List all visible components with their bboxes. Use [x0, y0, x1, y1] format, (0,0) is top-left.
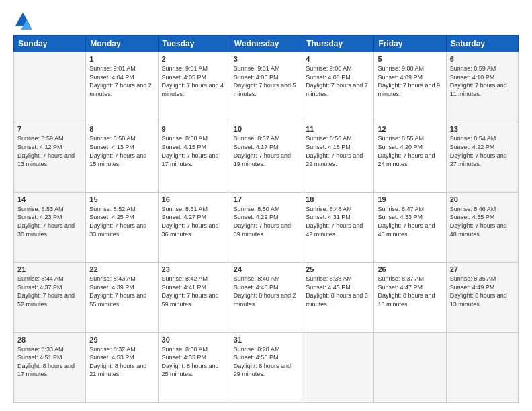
header-monday: Monday — [86, 36, 158, 52]
day-number: 27 — [450, 265, 515, 273]
calendar-cell — [374, 332, 446, 402]
day-info: Sunrise: 9:01 AMSunset: 4:04 PMDaylight:… — [89, 64, 154, 98]
day-info: Sunrise: 8:56 AMSunset: 4:18 PMDaylight:… — [306, 134, 370, 168]
calendar-cell — [446, 332, 518, 402]
day-info: Sunrise: 9:00 AMSunset: 4:08 PMDaylight:… — [306, 64, 370, 98]
day-number: 21 — [17, 265, 82, 273]
calendar-cell: 24Sunrise: 8:40 AMSunset: 4:43 PMDayligh… — [230, 263, 302, 332]
calendar-cell: 22Sunrise: 8:43 AMSunset: 4:39 PMDayligh… — [86, 263, 158, 332]
week-row-2: 14Sunrise: 8:53 AMSunset: 4:23 PMDayligh… — [14, 192, 519, 262]
day-number: 17 — [234, 195, 298, 203]
day-number: 13 — [450, 125, 515, 133]
day-info: Sunrise: 8:47 AMSunset: 4:33 PMDaylight:… — [378, 205, 442, 238]
logo — [13, 11, 35, 30]
day-info: Sunrise: 8:46 AMSunset: 4:35 PMDaylight:… — [450, 205, 515, 238]
day-number: 14 — [17, 195, 82, 203]
calendar-cell: 5Sunrise: 9:00 AMSunset: 4:09 PMDaylight… — [374, 52, 446, 122]
day-number: 31 — [234, 336, 298, 344]
calendar-cell: 16Sunrise: 8:51 AMSunset: 4:27 PMDayligh… — [158, 192, 230, 262]
day-number: 6 — [450, 55, 515, 63]
calendar-cell: 13Sunrise: 8:54 AMSunset: 4:22 PMDayligh… — [446, 122, 518, 192]
day-number: 19 — [378, 195, 442, 203]
day-number: 8 — [89, 125, 154, 133]
day-info: Sunrise: 8:38 AMSunset: 4:45 PMDaylight:… — [306, 275, 370, 308]
day-number: 25 — [306, 265, 370, 273]
day-info: Sunrise: 8:32 AMSunset: 4:53 PMDaylight:… — [89, 345, 154, 379]
calendar-cell: 9Sunrise: 8:58 AMSunset: 4:15 PMDaylight… — [158, 122, 230, 192]
calendar-cell — [14, 52, 86, 122]
calendar-cell: 21Sunrise: 8:44 AMSunset: 4:37 PMDayligh… — [14, 263, 86, 332]
day-info: Sunrise: 8:57 AMSunset: 4:17 PMDaylight:… — [234, 134, 298, 168]
header — [13, 11, 519, 30]
day-info: Sunrise: 8:52 AMSunset: 4:25 PMDaylight:… — [89, 205, 154, 238]
day-info: Sunrise: 9:00 AMSunset: 4:09 PMDaylight:… — [378, 64, 442, 98]
day-number: 20 — [450, 195, 515, 203]
calendar-header-row: SundayMondayTuesdayWednesdayThursdayFrid… — [14, 36, 519, 52]
day-number: 30 — [162, 336, 226, 344]
calendar-cell: 17Sunrise: 8:50 AMSunset: 4:29 PMDayligh… — [230, 192, 302, 262]
calendar-cell: 19Sunrise: 8:47 AMSunset: 4:33 PMDayligh… — [374, 192, 446, 262]
day-info: Sunrise: 8:58 AMSunset: 4:15 PMDaylight:… — [162, 134, 226, 168]
day-number: 2 — [162, 55, 226, 63]
page: SundayMondayTuesdayWednesdayThursdayFrid… — [0, 0, 532, 411]
day-info: Sunrise: 8:30 AMSunset: 4:55 PMDaylight:… — [162, 345, 226, 379]
calendar-cell: 31Sunrise: 8:28 AMSunset: 4:58 PMDayligh… — [230, 332, 302, 402]
day-number: 24 — [234, 265, 298, 273]
day-info: Sunrise: 8:40 AMSunset: 4:43 PMDaylight:… — [234, 275, 298, 308]
calendar-cell: 26Sunrise: 8:37 AMSunset: 4:47 PMDayligh… — [374, 263, 446, 332]
calendar-cell: 18Sunrise: 8:48 AMSunset: 4:31 PMDayligh… — [302, 192, 374, 262]
header-saturday: Saturday — [446, 36, 518, 52]
day-number: 22 — [89, 265, 154, 273]
calendar-cell: 3Sunrise: 9:01 AMSunset: 4:06 PMDaylight… — [230, 52, 302, 122]
day-number: 5 — [378, 55, 442, 63]
header-sunday: Sunday — [14, 36, 86, 52]
day-number: 11 — [306, 125, 370, 133]
day-number: 18 — [306, 195, 370, 203]
day-info: Sunrise: 8:44 AMSunset: 4:37 PMDaylight:… — [17, 275, 82, 308]
day-number: 23 — [162, 265, 226, 273]
calendar-cell: 8Sunrise: 8:58 AMSunset: 4:13 PMDaylight… — [86, 122, 158, 192]
day-number: 29 — [89, 336, 154, 344]
day-info: Sunrise: 8:37 AMSunset: 4:47 PMDaylight:… — [378, 275, 442, 308]
header-tuesday: Tuesday — [158, 36, 230, 52]
day-number: 26 — [378, 265, 442, 273]
day-info: Sunrise: 9:01 AMSunset: 4:06 PMDaylight:… — [234, 64, 298, 98]
day-number: 1 — [89, 55, 154, 63]
day-number: 16 — [162, 195, 226, 203]
day-number: 4 — [306, 55, 370, 63]
day-info: Sunrise: 9:01 AMSunset: 4:05 PMDaylight:… — [162, 64, 226, 98]
calendar-cell: 20Sunrise: 8:46 AMSunset: 4:35 PMDayligh… — [446, 192, 518, 262]
day-number: 28 — [17, 336, 82, 344]
day-info: Sunrise: 8:54 AMSunset: 4:22 PMDaylight:… — [450, 134, 515, 168]
calendar-cell: 14Sunrise: 8:53 AMSunset: 4:23 PMDayligh… — [14, 192, 86, 262]
logo-icon — [13, 11, 32, 30]
day-info: Sunrise: 8:48 AMSunset: 4:31 PMDaylight:… — [306, 205, 370, 238]
week-row-1: 7Sunrise: 8:59 AMSunset: 4:12 PMDaylight… — [14, 122, 519, 192]
day-info: Sunrise: 8:43 AMSunset: 4:39 PMDaylight:… — [89, 275, 154, 308]
header-thursday: Thursday — [302, 36, 374, 52]
day-number: 7 — [17, 125, 82, 133]
day-info: Sunrise: 8:42 AMSunset: 4:41 PMDaylight:… — [162, 275, 226, 308]
calendar-cell: 28Sunrise: 8:33 AMSunset: 4:51 PMDayligh… — [14, 332, 86, 402]
day-number: 3 — [234, 55, 298, 63]
day-number: 12 — [378, 125, 442, 133]
calendar-cell: 15Sunrise: 8:52 AMSunset: 4:25 PMDayligh… — [86, 192, 158, 262]
day-info: Sunrise: 8:51 AMSunset: 4:27 PMDaylight:… — [162, 205, 226, 238]
header-wednesday: Wednesday — [230, 36, 302, 52]
day-info: Sunrise: 8:55 AMSunset: 4:20 PMDaylight:… — [378, 134, 442, 168]
day-info: Sunrise: 8:59 AMSunset: 4:12 PMDaylight:… — [17, 134, 82, 168]
calendar-cell: 10Sunrise: 8:57 AMSunset: 4:17 PMDayligh… — [230, 122, 302, 192]
day-info: Sunrise: 8:35 AMSunset: 4:49 PMDaylight:… — [450, 275, 515, 308]
day-info: Sunrise: 8:58 AMSunset: 4:13 PMDaylight:… — [89, 134, 154, 168]
calendar-cell: 29Sunrise: 8:32 AMSunset: 4:53 PMDayligh… — [86, 332, 158, 402]
calendar-cell: 11Sunrise: 8:56 AMSunset: 4:18 PMDayligh… — [302, 122, 374, 192]
week-row-4: 28Sunrise: 8:33 AMSunset: 4:51 PMDayligh… — [14, 332, 519, 402]
calendar-cell: 23Sunrise: 8:42 AMSunset: 4:41 PMDayligh… — [158, 263, 230, 332]
week-row-0: 1Sunrise: 9:01 AMSunset: 4:04 PMDaylight… — [14, 52, 519, 122]
day-info: Sunrise: 8:59 AMSunset: 4:10 PMDaylight:… — [450, 64, 515, 98]
calendar-cell: 7Sunrise: 8:59 AMSunset: 4:12 PMDaylight… — [14, 122, 86, 192]
day-number: 10 — [234, 125, 298, 133]
calendar-cell: 12Sunrise: 8:55 AMSunset: 4:20 PMDayligh… — [374, 122, 446, 192]
day-info: Sunrise: 8:33 AMSunset: 4:51 PMDaylight:… — [17, 345, 82, 379]
calendar-cell: 25Sunrise: 8:38 AMSunset: 4:45 PMDayligh… — [302, 263, 374, 332]
